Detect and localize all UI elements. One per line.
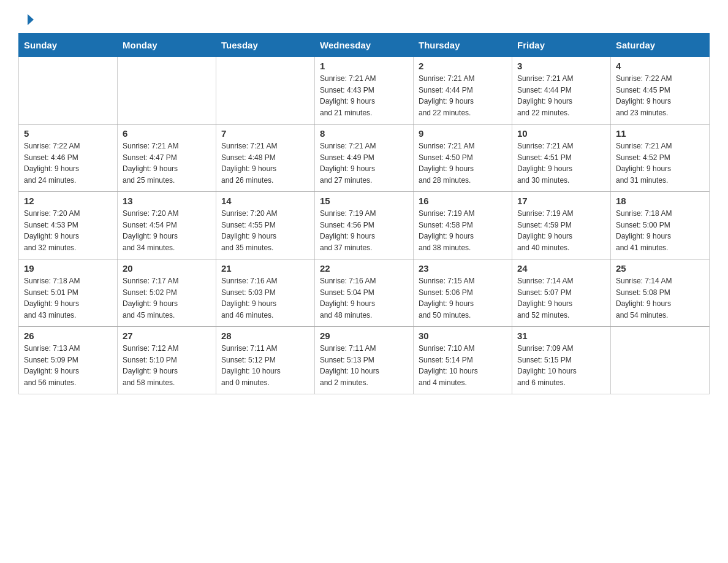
calendar-cell: 14Sunrise: 7:20 AM Sunset: 4:55 PM Dayli… bbox=[216, 192, 315, 259]
calendar-cell: 19Sunrise: 7:18 AM Sunset: 5:01 PM Dayli… bbox=[19, 259, 118, 327]
week-row-2: 5Sunrise: 7:22 AM Sunset: 4:46 PM Daylig… bbox=[19, 124, 710, 192]
day-info: Sunrise: 7:21 AM Sunset: 4:52 PM Dayligh… bbox=[616, 140, 704, 186]
day-number: 5 bbox=[24, 128, 112, 139]
calendar-cell: 30Sunrise: 7:10 AM Sunset: 5:14 PM Dayli… bbox=[414, 327, 512, 394]
day-info: Sunrise: 7:21 AM Sunset: 4:43 PM Dayligh… bbox=[320, 73, 408, 118]
calendar-cell: 21Sunrise: 7:16 AM Sunset: 5:03 PM Dayli… bbox=[216, 259, 315, 327]
calendar-cell: 9Sunrise: 7:21 AM Sunset: 4:50 PM Daylig… bbox=[414, 124, 512, 192]
calendar-cell: 25Sunrise: 7:14 AM Sunset: 5:08 PM Dayli… bbox=[611, 259, 710, 327]
day-number: 15 bbox=[320, 196, 408, 206]
weekday-header-saturday: Saturday bbox=[611, 34, 710, 57]
calendar-cell: 31Sunrise: 7:09 AM Sunset: 5:15 PM Dayli… bbox=[512, 327, 611, 394]
day-number: 17 bbox=[517, 196, 605, 206]
logo-full bbox=[18, 12, 36, 22]
week-row-5: 26Sunrise: 7:13 AM Sunset: 5:09 PM Dayli… bbox=[19, 327, 710, 394]
day-info: Sunrise: 7:11 AM Sunset: 5:13 PM Dayligh… bbox=[320, 343, 408, 388]
day-info: Sunrise: 7:20 AM Sunset: 4:54 PM Dayligh… bbox=[123, 208, 211, 253]
calendar-cell: 3Sunrise: 7:21 AM Sunset: 4:44 PM Daylig… bbox=[512, 57, 611, 124]
weekday-header-wednesday: Wednesday bbox=[315, 34, 414, 57]
day-info: Sunrise: 7:19 AM Sunset: 4:56 PM Dayligh… bbox=[320, 208, 408, 253]
day-number: 13 bbox=[123, 196, 211, 206]
day-info: Sunrise: 7:21 AM Sunset: 4:44 PM Dayligh… bbox=[419, 73, 507, 118]
day-info: Sunrise: 7:21 AM Sunset: 4:51 PM Dayligh… bbox=[517, 140, 605, 186]
day-info: Sunrise: 7:16 AM Sunset: 5:03 PM Dayligh… bbox=[221, 275, 309, 321]
week-row-1: 1Sunrise: 7:21 AM Sunset: 4:43 PM Daylig… bbox=[19, 57, 710, 124]
weekday-header-tuesday: Tuesday bbox=[216, 34, 315, 57]
day-number: 22 bbox=[320, 263, 408, 274]
day-info: Sunrise: 7:21 AM Sunset: 4:47 PM Dayligh… bbox=[123, 140, 211, 186]
day-number: 25 bbox=[616, 263, 704, 274]
day-info: Sunrise: 7:21 AM Sunset: 4:49 PM Dayligh… bbox=[320, 140, 408, 186]
day-number: 10 bbox=[517, 128, 605, 139]
day-info: Sunrise: 7:22 AM Sunset: 4:45 PM Dayligh… bbox=[616, 73, 704, 118]
week-row-3: 12Sunrise: 7:20 AM Sunset: 4:53 PM Dayli… bbox=[19, 192, 710, 259]
calendar-cell: 26Sunrise: 7:13 AM Sunset: 5:09 PM Dayli… bbox=[19, 327, 118, 394]
calendar-cell: 10Sunrise: 7:21 AM Sunset: 4:51 PM Dayli… bbox=[512, 124, 611, 192]
day-number: 30 bbox=[419, 331, 507, 341]
day-info: Sunrise: 7:18 AM Sunset: 5:01 PM Dayligh… bbox=[24, 275, 112, 321]
logo-triangle-icon bbox=[20, 12, 35, 27]
day-number: 31 bbox=[517, 331, 605, 341]
calendar-cell: 5Sunrise: 7:22 AM Sunset: 4:46 PM Daylig… bbox=[19, 124, 118, 192]
day-number: 6 bbox=[123, 128, 211, 139]
calendar-cell: 11Sunrise: 7:21 AM Sunset: 4:52 PM Dayli… bbox=[611, 124, 710, 192]
day-info: Sunrise: 7:14 AM Sunset: 5:07 PM Dayligh… bbox=[517, 275, 605, 321]
title-area bbox=[36, 12, 710, 15]
day-info: Sunrise: 7:19 AM Sunset: 4:59 PM Dayligh… bbox=[517, 208, 605, 253]
day-number: 8 bbox=[320, 128, 408, 139]
day-number: 4 bbox=[616, 61, 704, 71]
day-number: 24 bbox=[517, 263, 605, 274]
day-info: Sunrise: 7:21 AM Sunset: 4:44 PM Dayligh… bbox=[517, 73, 605, 118]
calendar-cell bbox=[216, 57, 315, 124]
weekday-header-monday: Monday bbox=[118, 34, 216, 57]
day-number: 18 bbox=[616, 196, 704, 206]
calendar-cell bbox=[19, 57, 118, 124]
day-info: Sunrise: 7:20 AM Sunset: 4:55 PM Dayligh… bbox=[221, 208, 309, 253]
day-number: 29 bbox=[320, 331, 408, 341]
calendar-table: SundayMondayTuesdayWednesdayThursdayFrid… bbox=[18, 33, 710, 394]
day-number: 2 bbox=[419, 61, 507, 71]
day-number: 20 bbox=[123, 263, 211, 274]
day-info: Sunrise: 7:19 AM Sunset: 4:58 PM Dayligh… bbox=[419, 208, 507, 253]
day-info: Sunrise: 7:16 AM Sunset: 5:04 PM Dayligh… bbox=[320, 275, 408, 321]
day-number: 12 bbox=[24, 196, 112, 206]
calendar-cell bbox=[118, 57, 216, 124]
day-number: 26 bbox=[24, 331, 112, 341]
day-number: 7 bbox=[221, 128, 309, 139]
day-number: 14 bbox=[221, 196, 309, 206]
day-info: Sunrise: 7:12 AM Sunset: 5:10 PM Dayligh… bbox=[123, 343, 211, 388]
calendar-cell: 24Sunrise: 7:14 AM Sunset: 5:07 PM Dayli… bbox=[512, 259, 611, 327]
calendar-cell: 16Sunrise: 7:19 AM Sunset: 4:58 PM Dayli… bbox=[414, 192, 512, 259]
weekday-header-thursday: Thursday bbox=[414, 34, 512, 57]
day-info: Sunrise: 7:21 AM Sunset: 4:48 PM Dayligh… bbox=[221, 140, 309, 186]
day-number: 21 bbox=[221, 263, 309, 274]
day-info: Sunrise: 7:22 AM Sunset: 4:46 PM Dayligh… bbox=[24, 140, 112, 186]
day-number: 3 bbox=[517, 61, 605, 71]
weekday-header-friday: Friday bbox=[512, 34, 611, 57]
day-info: Sunrise: 7:14 AM Sunset: 5:08 PM Dayligh… bbox=[616, 275, 704, 321]
day-info: Sunrise: 7:20 AM Sunset: 4:53 PM Dayligh… bbox=[24, 208, 112, 253]
day-info: Sunrise: 7:11 AM Sunset: 5:12 PM Dayligh… bbox=[221, 343, 309, 388]
day-info: Sunrise: 7:15 AM Sunset: 5:06 PM Dayligh… bbox=[419, 275, 507, 321]
calendar-cell: 28Sunrise: 7:11 AM Sunset: 5:12 PM Dayli… bbox=[216, 327, 315, 394]
day-info: Sunrise: 7:13 AM Sunset: 5:09 PM Dayligh… bbox=[24, 343, 112, 388]
day-info: Sunrise: 7:09 AM Sunset: 5:15 PM Dayligh… bbox=[517, 343, 605, 388]
calendar-cell: 4Sunrise: 7:22 AM Sunset: 4:45 PM Daylig… bbox=[611, 57, 710, 124]
calendar-cell: 6Sunrise: 7:21 AM Sunset: 4:47 PM Daylig… bbox=[118, 124, 216, 192]
svg-marker-1 bbox=[28, 14, 34, 25]
calendar-cell: 1Sunrise: 7:21 AM Sunset: 4:43 PM Daylig… bbox=[315, 57, 414, 124]
day-number: 11 bbox=[616, 128, 704, 139]
calendar-cell: 20Sunrise: 7:17 AM Sunset: 5:02 PM Dayli… bbox=[118, 259, 216, 327]
page-header: General bbox=[18, 12, 710, 22]
calendar-cell: 7Sunrise: 7:21 AM Sunset: 4:48 PM Daylig… bbox=[216, 124, 315, 192]
calendar-cell: 27Sunrise: 7:12 AM Sunset: 5:10 PM Dayli… bbox=[118, 327, 216, 394]
calendar-cell: 23Sunrise: 7:15 AM Sunset: 5:06 PM Dayli… bbox=[414, 259, 512, 327]
calendar-cell: 22Sunrise: 7:16 AM Sunset: 5:04 PM Dayli… bbox=[315, 259, 414, 327]
calendar-cell: 29Sunrise: 7:11 AM Sunset: 5:13 PM Dayli… bbox=[315, 327, 414, 394]
day-number: 19 bbox=[24, 263, 112, 274]
calendar-cell: 15Sunrise: 7:19 AM Sunset: 4:56 PM Dayli… bbox=[315, 192, 414, 259]
day-info: Sunrise: 7:10 AM Sunset: 5:14 PM Dayligh… bbox=[419, 343, 507, 388]
day-number: 28 bbox=[221, 331, 309, 341]
day-number: 16 bbox=[419, 196, 507, 206]
weekday-header-row: SundayMondayTuesdayWednesdayThursdayFrid… bbox=[19, 34, 710, 57]
